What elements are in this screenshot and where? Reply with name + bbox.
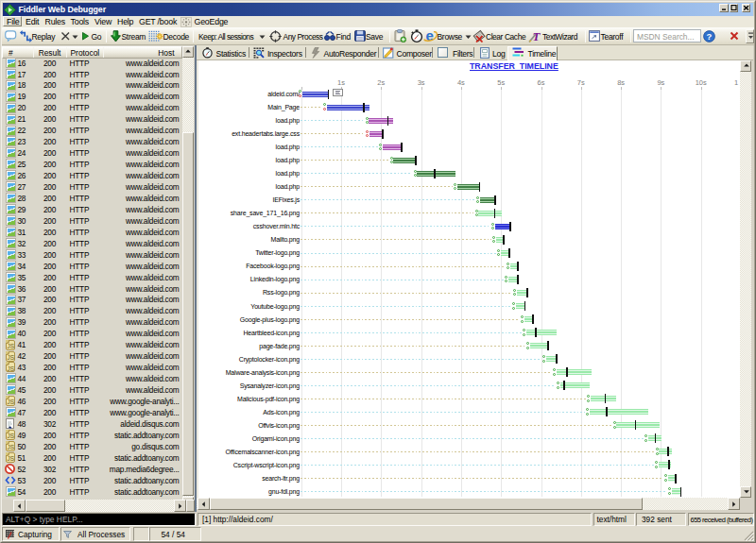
svg-text:?: ? — [707, 31, 713, 42]
svg-text:T: T — [533, 29, 541, 43]
svg-text:e: e — [425, 28, 433, 43]
